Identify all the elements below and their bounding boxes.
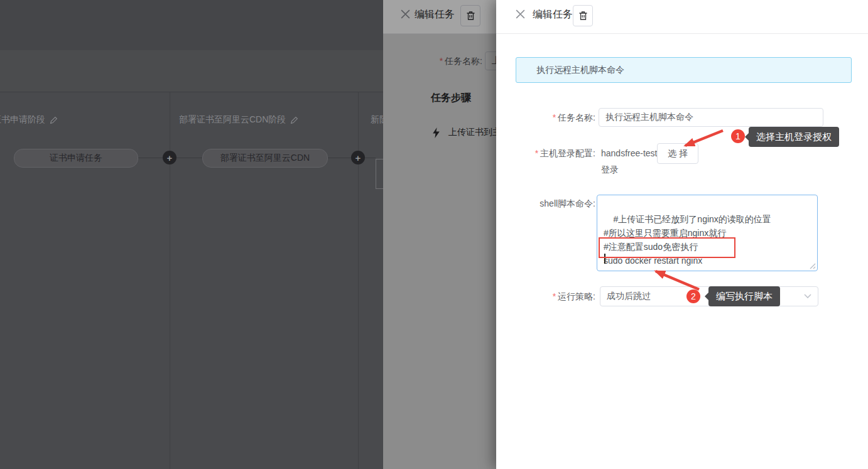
task-pill-label: 证书申请任务 [50,153,102,164]
edit-task-drawer-back: 编辑任务 *任务名称: 上 任务步骤 上传证书到主 [383,0,496,469]
stage-title-label: 部署证书至阿里云CDN阶段 [179,114,286,126]
task-name-input[interactable]: 执行远程主机脚本命令 [599,108,823,127]
annotation-tooltip-2: 编写执行脚本 [708,286,780,306]
required-asterisk: * [553,291,556,301]
close-icon[interactable] [515,9,526,19]
stage-title-deploy-cdn: 部署证书至阿里云CDN阶段 [179,114,298,126]
task-type-alert: 执行远程主机脚本命令 [516,57,852,83]
edit-stage-icon [50,116,58,124]
task-pill-deploy-cdn: 部署证书至阿里云CDN [202,149,328,168]
stage-title-label: 证书申请阶段 [0,114,45,126]
modal-mask[interactable] [383,0,496,34]
annotation-badge-1: 1 [731,129,745,143]
drawer-title: 编辑任务 [533,8,573,21]
host-login-value: handsfree-test [601,148,658,158]
task-name-label: *任务名称: [496,112,595,124]
task-pill-cert-apply: 证书申请任务 [14,149,138,168]
chevron-down-icon [804,294,811,299]
annotation-highlight-rect [599,237,735,258]
task-pill-label: 部署证书至阿里云CDN [220,153,310,164]
stage-divider [358,92,359,469]
plus-icon: + [167,153,173,163]
host-login-label: *主机登录配置: [496,148,595,159]
resize-handle[interactable] [809,262,816,269]
trash-icon [578,11,588,21]
edit-stage-icon [290,116,298,124]
divider [496,33,868,34]
host-login-select-button[interactable]: 选 择 [657,143,698,164]
stage-title-cert-apply: 证书申请阶段 [0,114,58,126]
alert-text: 执行远程主机脚本命令 [536,65,624,76]
required-asterisk: * [535,148,538,158]
run-policy-label: *运行策略: [496,291,595,303]
edit-task-drawer: 编辑任务 执行远程主机脚本命令 *任务名称: 执行远程主机脚本命令 *主机登录配… [496,0,868,469]
required-asterisk: * [553,112,556,122]
add-stage-button: + [163,151,176,164]
annotation-badge-2: 2 [686,289,700,303]
annotation-tooltip-1: 选择主机登录授权 [749,127,839,147]
shell-script-label: shell脚本命令: [496,198,595,210]
host-login-value-line2: 登录 [601,164,619,176]
add-stage-button: + [351,151,365,164]
shell-script-textarea[interactable]: #上传证书已经放到了nginx的读取的位置 #所以这里只需要重启nginx就行 … [597,195,818,271]
delete-task-button[interactable] [573,5,593,26]
stage-divider [170,92,170,469]
modal-mask[interactable] [383,34,496,469]
plus-icon: + [355,153,361,163]
